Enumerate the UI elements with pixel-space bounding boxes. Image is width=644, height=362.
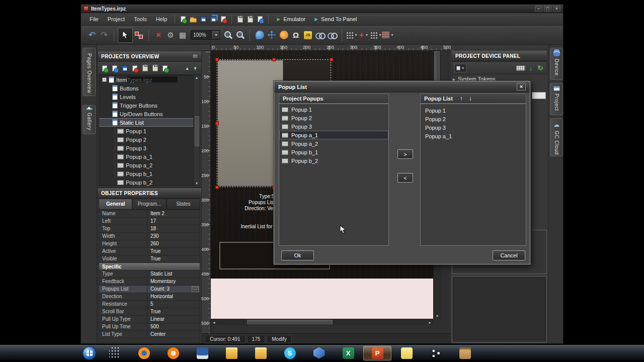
property-row-scroll-bar[interactable]: Scroll BarTrue [99,308,200,316]
minimize-button[interactable]: – [535,6,542,12]
property-row-pull-up-time[interactable]: Pull Up Time500 [99,323,200,331]
tree-item-popup-a1[interactable]: Popup a_1 [99,152,200,161]
scrollbar-thumb[interactable] [195,116,199,146]
tab-states[interactable]: States [167,199,200,210]
scroll-up-icon[interactable]: ▲ [195,76,199,79]
property-row-active[interactable]: ActiveTrue [99,248,200,255]
property-row-left[interactable]: Left17 [99,218,200,225]
panel-pin-icon[interactable] [192,54,198,59]
menu-tools[interactable]: Tools [129,15,151,24]
dialog-title-bar[interactable]: Popup List × [274,81,530,93]
device-dropdown[interactable]: ▼ [454,64,466,72]
taskbar-clipboard-tool[interactable] [451,346,479,360]
taskbar-powerpoint-active[interactable]: P [363,346,391,360]
delete-page-icon[interactable] [130,64,139,73]
popup-list-item[interactable]: Popup 1 [421,106,526,115]
omega-button[interactable]: Ω [290,29,302,42]
emulator-button[interactable]: ► Emulator [272,16,309,22]
tree-item-root[interactable]: - ItemTypes.irpz [99,75,200,84]
property-row-height[interactable]: Height260 [99,240,200,248]
script-button[interactable]: JS [302,29,314,42]
download-icon[interactable]: ↓ [527,64,535,72]
tree-item-buttons[interactable]: Buttons [99,84,200,93]
resize-handle[interactable] [215,58,219,61]
send-to-panel-button[interactable]: ► Send To Panel [309,16,361,22]
property-value[interactable]: True [147,255,200,262]
paste-page-icon[interactable] [246,15,255,24]
undo-button[interactable]: ↶ [86,29,98,42]
taskbar-excel[interactable]: X [334,346,362,360]
popup-list-item[interactable]: Popup 2 [421,115,526,123]
copy-page-icon[interactable] [235,15,245,24]
taskbar-sticky-notes[interactable] [392,346,421,360]
save-icon[interactable] [199,15,208,24]
add-item-button[interactable]: +▼ [358,29,370,42]
move-left-button[interactable]: < [397,173,413,183]
tree-item-levels[interactable]: Levels [99,93,200,101]
resize-handle[interactable] [272,58,276,61]
tree-item-popup-3[interactable]: Popup 3 [99,144,200,152]
move-right-button[interactable]: > [397,149,413,159]
property-value[interactable]: Horizontal [147,293,200,300]
chevron-down-icon[interactable]: ▼ [378,33,382,37]
property-row-popups-list[interactable]: Popups ListCount: 3... [99,286,200,293]
tree-item-popup-b1[interactable]: Popup b_1 [99,169,200,178]
move-up-button[interactable]: ▲ [183,64,191,72]
move-tool-button[interactable] [266,29,278,42]
redo-button[interactable]: ↷ [98,29,110,42]
align-grid-button[interactable]: ▼ [346,29,358,42]
tree-item-trigger-buttons[interactable]: Trigger Buttons [99,101,200,110]
node-edit-tool[interactable] [133,29,145,42]
tree-item-popup-a2[interactable]: Popup a_2 [99,161,200,169]
property-value[interactable]: 230 [147,233,200,240]
zoom-in-button[interactable] [222,29,234,42]
reorder-up-button[interactable]: ↑ [460,94,463,103]
new-page-icon[interactable] [100,64,109,73]
save-all-icon[interactable] [209,15,218,24]
property-row-name[interactable]: NameItem 2 [99,210,200,218]
property-value[interactable]: 500 [147,323,200,330]
chevron-down-icon[interactable]: ▼ [354,33,358,37]
scrollbar-thumb[interactable] [247,320,333,324]
property-value[interactable]: 17 [147,218,200,225]
distribute-button[interactable]: ▼ [370,29,382,42]
popup-list-item[interactable]: Popup b_2 [279,156,388,165]
taskbar-folder[interactable] [217,346,246,360]
taskbar-skype[interactable]: S [276,346,304,360]
property-row-type[interactable]: TypeStatic List [99,270,200,278]
scroll-down-icon[interactable]: ▼ [195,182,199,185]
paste-icon[interactable] [150,64,159,73]
tab-device[interactable]: Device [550,48,563,80]
selected-popups-list[interactable]: Popup 1 Popup 2 Popup 3 Popup a_1 [420,104,526,246]
property-row-pull-up-type[interactable]: Pull Up TypeLinear [99,316,200,323]
import-page-icon[interactable] [110,64,119,73]
ok-button[interactable]: Ok [281,250,314,260]
cancel-button[interactable]: Cancel [493,250,525,260]
property-value[interactable]: 260 [147,240,200,247]
property-value[interactable]: True [147,248,200,255]
move-down-button[interactable]: ▼ [191,64,199,72]
unlink-button[interactable] [326,29,338,42]
tab-project[interactable]: Project [550,83,563,115]
taskbar-firefox[interactable] [130,346,158,360]
menu-file[interactable]: File [85,15,103,24]
resize-handle[interactable] [330,58,333,61]
save-page-icon[interactable] [120,64,129,73]
copy-icon[interactable] [140,64,149,73]
project-popups-list[interactable]: Popup 1 Popup 2 Popup 3 Popup a_1 Popup … [279,104,389,246]
keyboard-icon[interactable] [516,65,525,71]
property-row-list-type[interactable]: List TypeCenter [99,331,200,338]
reorder-down-button[interactable]: ↓ [469,94,472,103]
settings-button[interactable]: ⚙ [165,29,177,42]
clone-icon[interactable] [160,64,170,73]
tab-general[interactable]: General [99,199,132,210]
scroll-down-icon[interactable]: ▼ [436,314,439,318]
menu-project[interactable]: Project [103,15,129,24]
tree-item-updown-buttons[interactable]: Up/Down Buttons [99,110,200,118]
open-project-icon[interactable] [189,15,198,24]
close-button[interactable]: × [553,6,560,12]
layout-list-button[interactable]: ▼ [382,29,394,42]
start-button[interactable] [83,346,96,360]
chevron-down-icon[interactable]: ▼ [365,33,369,37]
export-icon[interactable] [219,15,228,24]
